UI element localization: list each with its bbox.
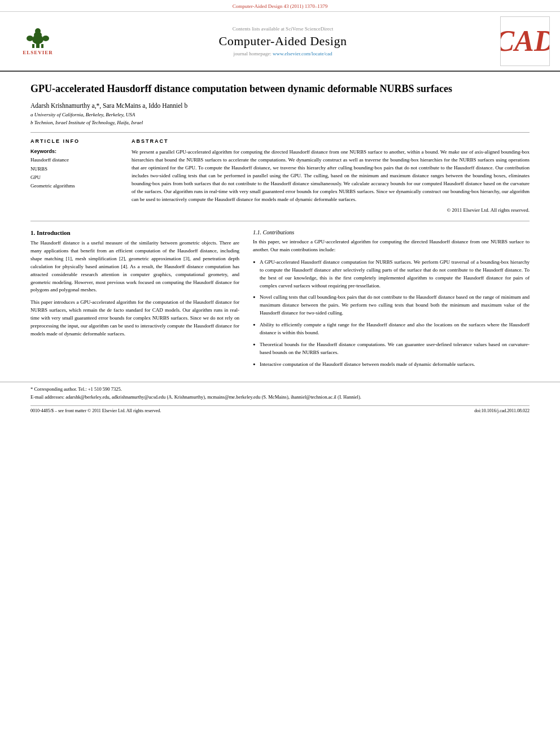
journal-homepage-link[interactable]: www.elsevier.com/locate/cad bbox=[273, 51, 332, 56]
footnote-area: * Corresponding author. Tel.: +1 510 590… bbox=[0, 382, 560, 401]
main-col-left: 1. Introduction The Hausdorff distance i… bbox=[30, 229, 239, 373]
svg-rect-7 bbox=[41, 44, 43, 48]
email-label: E-mail addresses: bbox=[30, 394, 64, 400]
main-col-right: 1.1. Contributions In this paper, we int… bbox=[253, 229, 530, 373]
contribution-4: Theoretical bounds for the Hausdorff dis… bbox=[253, 341, 530, 357]
journal-homepage: journal homepage: www.elsevier.com/locat… bbox=[234, 51, 333, 56]
elsevier-label: ELSEVIER bbox=[23, 50, 53, 55]
article-info-label: ARTICLE INFO bbox=[30, 138, 118, 144]
svg-rect-6 bbox=[32, 44, 34, 48]
footnote-emails: E-mail addresses: adarshk@berkeley.edu, … bbox=[30, 394, 530, 401]
journal-title: Computer-Aided Design bbox=[219, 34, 347, 49]
elsevier-logo-area: ELSEVIER bbox=[7, 16, 69, 66]
footnote-corresponding: * Corresponding author. Tel.: +1 510 590… bbox=[30, 386, 530, 394]
article-title: GPU-accelerated Hausdorff distance compu… bbox=[30, 82, 530, 95]
section1-heading: 1. Introduction bbox=[30, 229, 239, 236]
email-addresses: adarshk@berkeley.edu, adkrishnamurthy@uc… bbox=[65, 394, 361, 400]
journal-header: ELSEVIER Contents lists available at Sci… bbox=[0, 12, 560, 72]
abstract-label: ABSTRACT bbox=[132, 138, 530, 144]
elsevier-tree-icon bbox=[21, 27, 55, 49]
contribution-1: A GPU-accelerated Hausdorff distance com… bbox=[253, 259, 530, 290]
divider-1 bbox=[30, 132, 530, 133]
journal-citation: Computer-Aided Design 43 (2011) 1370–137… bbox=[233, 3, 327, 9]
section1-para1: The Hausdorff distance is a useful measu… bbox=[30, 239, 239, 295]
contributions-list: A GPU-accelerated Hausdorff distance com… bbox=[253, 259, 530, 369]
section1-1-heading: 1.1. Contributions bbox=[253, 229, 530, 235]
section1-1-intro: In this paper, we introduce a GPU-accele… bbox=[253, 238, 530, 254]
issn-text: 0010-4485/$ – see front matter © 2011 El… bbox=[30, 408, 161, 413]
keyword-4: Geometric algorithms bbox=[30, 182, 118, 190]
elsevier-logo: ELSEVIER bbox=[10, 27, 66, 55]
keyword-3: GPU bbox=[30, 173, 118, 182]
contribution-2: Novel culling tests that cull bounding-b… bbox=[253, 294, 530, 317]
article-area: GPU-accelerated Hausdorff distance compu… bbox=[0, 72, 560, 126]
affiliations: a University of California, Berkeley, Be… bbox=[30, 111, 530, 126]
svg-point-5 bbox=[42, 36, 49, 41]
affiliation-a: a University of California, Berkeley, Be… bbox=[30, 111, 530, 119]
journal-info-center: Contents lists available at SciVerse Sci… bbox=[75, 16, 491, 66]
article-info-abstract: ARTICLE INFO Keywords: Hausdorff distanc… bbox=[0, 138, 560, 213]
sciverse-text: Contents lists available at SciVerse Sci… bbox=[233, 26, 334, 32]
keyword-1: Hausdorff distance bbox=[30, 156, 118, 164]
svg-point-3 bbox=[35, 28, 41, 34]
page: Computer-Aided Design 43 (2011) 1370–137… bbox=[0, 0, 560, 747]
doi-text: doi:10.1016/j.cad.2011.08.022 bbox=[474, 408, 530, 413]
contribution-5: Interactive computation of the Hausdorff… bbox=[253, 361, 530, 369]
affiliation-b: b Technion, Israel Institute of Technolo… bbox=[30, 119, 530, 127]
cad-logo: CAD bbox=[500, 27, 550, 56]
main-content: 1. Introduction The Hausdorff distance i… bbox=[0, 229, 560, 373]
cad-logo-box: CAD bbox=[500, 16, 550, 66]
copyright-text: © 2011 Elsevier Ltd. All rights reserved… bbox=[132, 207, 530, 213]
cad-logo-area: CAD bbox=[497, 16, 553, 66]
authors: Adarsh Krishnamurthy a,*, Sara McMains a… bbox=[30, 102, 530, 109]
article-info-col: ARTICLE INFO Keywords: Hausdorff distanc… bbox=[30, 138, 118, 213]
keyword-2: NURBS bbox=[30, 165, 118, 173]
abstract-text: We present a parallel GPU-accelerated al… bbox=[132, 148, 530, 204]
divider-2 bbox=[30, 221, 530, 221]
journal-citation-bar: Computer-Aided Design 43 (2011) 1370–137… bbox=[0, 0, 560, 12]
bottom-bar: 0010-4485/$ – see front matter © 2011 El… bbox=[30, 405, 530, 413]
keywords-list: Hausdorff distance NURBS GPU Geometric a… bbox=[30, 156, 118, 190]
keywords-title: Keywords: bbox=[30, 148, 118, 154]
abstract-col: ABSTRACT We present a parallel GPU-accel… bbox=[132, 138, 530, 213]
svg-point-4 bbox=[27, 36, 33, 41]
section1-para2: This paper introduces a GPU-accelerated … bbox=[30, 299, 239, 338]
contribution-3: Ability to efficiently compute a tight r… bbox=[253, 321, 530, 337]
